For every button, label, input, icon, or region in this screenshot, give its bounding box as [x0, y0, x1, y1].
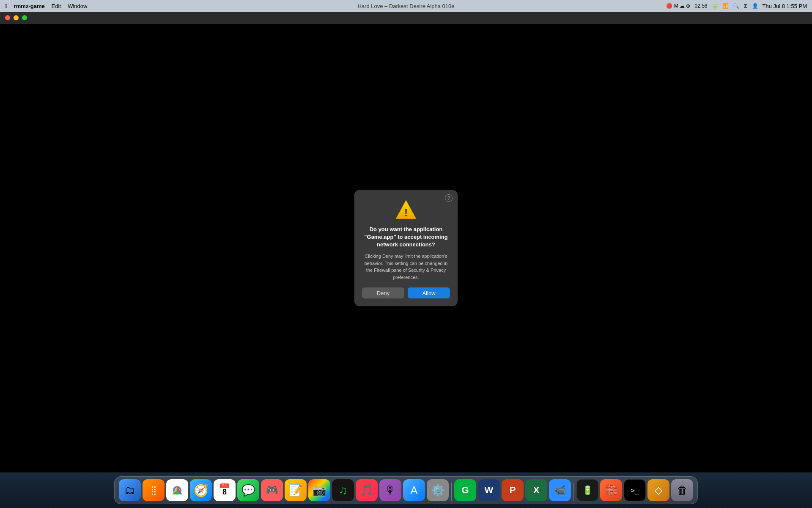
- dialog-title: Do you want the application"Game.app" to…: [362, 226, 450, 249]
- dock: 🗂 ⣿ 🧭 JUL 8 💬 �: [114, 476, 698, 504]
- window-minimize-button[interactable]: [14, 15, 19, 20]
- dialog-buttons: Deny Allow: [362, 287, 450, 298]
- clock: Thu Jul 8 1:55 PM: [763, 3, 807, 9]
- battery-time: 02:56: [694, 3, 707, 9]
- dock-item-zoom[interactable]: 📹: [549, 479, 571, 501]
- dock-item-trash[interactable]: 🗑: [671, 479, 693, 501]
- menu-statusbar-icons: 🔴 M ☁ ⊕: [666, 3, 690, 9]
- window-titlebar: [0, 12, 812, 24]
- dock-item-powerpoint[interactable]: P: [502, 479, 524, 501]
- dock-item-spotify[interactable]: ♫: [332, 479, 354, 501]
- dialog-body: Clicking Deny may limit the application'…: [362, 253, 450, 281]
- window-maximize-button[interactable]: [22, 15, 27, 20]
- deny-button[interactable]: Deny: [362, 287, 404, 298]
- dialog-overlay: ? ! Do you want the application"Game.a: [0, 24, 812, 472]
- dock-item-itch[interactable]: 🎮: [261, 479, 283, 501]
- menubar:  rmmz-game Edit Window Hard Love – Dark…: [0, 0, 812, 12]
- dock-item-notefile[interactable]: 📝: [285, 479, 307, 501]
- dock-item-sketch[interactable]: ◇: [647, 479, 669, 501]
- menu-edit[interactable]: Edit: [52, 3, 61, 9]
- user-avatar: 👤: [752, 3, 758, 9]
- dock-item-safari[interactable]: 🧭: [190, 479, 212, 501]
- dock-item-syspref[interactable]: ⚙️: [427, 479, 449, 501]
- dock-item-appstore[interactable]: A: [403, 479, 425, 501]
- wifi-icon: 📶: [722, 3, 729, 9]
- dock-item-podcasts[interactable]: 🎙: [379, 479, 401, 501]
- dock-item-blocks[interactable]: 🧱: [600, 479, 622, 501]
- allow-button[interactable]: Allow: [408, 287, 450, 298]
- battery-icon: 🔋: [712, 3, 718, 9]
- dock-item-battery-monitor[interactable]: 🔋: [576, 479, 598, 501]
- dock-item-launchpad[interactable]: ⣿: [143, 479, 165, 501]
- apple-menu[interactable]: : [5, 3, 7, 9]
- dock-item-finder[interactable]: 🗂: [119, 479, 141, 501]
- search-icon[interactable]: 🔍: [733, 3, 739, 9]
- dock-item-grammarly[interactable]: G: [454, 479, 476, 501]
- dock-item-terminal[interactable]: >_: [624, 479, 646, 501]
- control-center-icon[interactable]: ⊞: [743, 3, 748, 9]
- dock-item-excel[interactable]: X: [525, 479, 547, 501]
- menubar-right: 🔴 M ☁ ⊕ 02:56 🔋 📶 🔍 ⊞ 👤 Thu Jul 8 1:55 P…: [666, 3, 807, 9]
- firewall-dialog: ? ! Do you want the application"Game.a: [354, 190, 458, 306]
- app-name[interactable]: rmmz-game: [14, 3, 45, 9]
- menu-window[interactable]: Window: [68, 3, 87, 9]
- dock-item-chrome[interactable]: [166, 479, 188, 501]
- dock-item-word[interactable]: W: [478, 479, 500, 501]
- svg-text:!: !: [404, 207, 408, 218]
- menubar-left:  rmmz-game Edit Window: [5, 3, 87, 9]
- dialog-icon-area: !: [362, 199, 450, 221]
- help-button[interactable]: ?: [445, 194, 453, 202]
- window-title-menubar: Hard Love – Darkest Desire Alpha 010e: [357, 3, 454, 9]
- app-area: Please r... t folder. ? !: [0, 24, 812, 472]
- dock-separator: [451, 483, 452, 501]
- dock-item-calendar[interactable]: JUL 8: [214, 479, 236, 501]
- warning-icon: !: [395, 199, 417, 221]
- dock-item-messages[interactable]: 💬: [237, 479, 259, 501]
- dock-item-music[interactable]: 🎵: [356, 479, 378, 501]
- dock-separator-2: [573, 483, 574, 501]
- dock-item-photos[interactable]: 📷: [308, 479, 330, 501]
- window-close-button[interactable]: [5, 15, 10, 20]
- dock-area: 🗂 ⣿ 🧭 JUL 8 💬 �: [0, 472, 812, 508]
